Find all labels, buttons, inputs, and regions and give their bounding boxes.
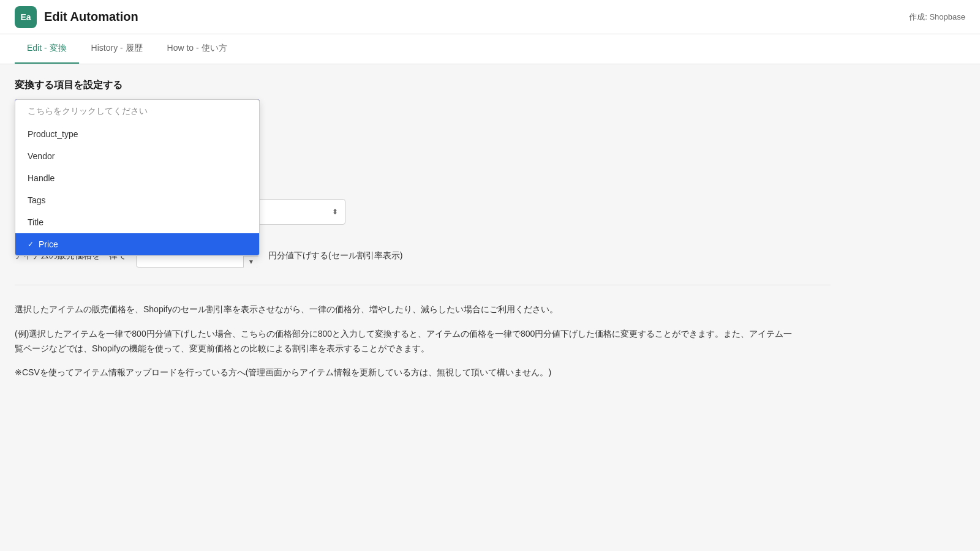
field-selector-section: 変換する項目を設定する Price こちらをクリックしてください Product… xyxy=(15,79,831,142)
price-suffix: 円分値下げする(セール割引率表示) xyxy=(268,250,402,261)
dropdown-item-price[interactable]: ✓ Price xyxy=(15,233,259,255)
page-title: Edit Automation xyxy=(44,10,138,24)
dropdown-item-price-label: Price xyxy=(39,239,58,249)
field-dropdown-menu: こちらをクリックしてください Product_type Vendor Handl… xyxy=(15,99,260,256)
dropdown-item-product-type[interactable]: Product_type xyxy=(15,123,259,145)
section1-title: 変換する項目を設定する xyxy=(15,79,831,92)
dropdown-item-vendor[interactable]: Vendor xyxy=(15,145,259,167)
tab-bar: Edit - 変換 History - 履歴 How to - 使い方 xyxy=(0,34,980,64)
check-icon: ✓ xyxy=(28,240,34,249)
section-divider xyxy=(15,285,831,285)
description-2: (例)選択したアイテムを一律で800円分値下げしたい場合、こちらの価格部分に80… xyxy=(15,327,799,356)
dropdown-item-handle[interactable]: Handle xyxy=(15,167,259,189)
tab-edit[interactable]: Edit - 変換 xyxy=(15,34,79,64)
field-dropdown-container: Price こちらをクリックしてください Product_type Vendor… xyxy=(15,99,260,124)
dropdown-item-title[interactable]: Title xyxy=(15,211,259,233)
description-1: 選択したアイテムの販売価格を、Shopifyのセール割引率を表示させながら、一律… xyxy=(15,302,799,317)
tab-howto[interactable]: How to - 使い方 xyxy=(155,34,239,64)
tab-history[interactable]: History - 履歴 xyxy=(79,34,155,64)
stepper-down-button[interactable]: ▼ xyxy=(244,257,258,268)
header-left: Ea Edit Automation xyxy=(15,6,138,28)
description-3: ※CSVを使ってアイテム情報アップロードを行っている方へ(管理画面からアイテム情… xyxy=(15,365,799,380)
app-icon: Ea xyxy=(15,6,37,28)
app-header: Ea Edit Automation 作成: Shopbase xyxy=(0,0,980,34)
creator-label: 作成: Shopbase xyxy=(909,12,965,23)
dropdown-item-placeholder[interactable]: こちらをクリックしてください xyxy=(15,100,259,123)
dropdown-item-tags[interactable]: Tags xyxy=(15,189,259,211)
main-content: 変換する項目を設定する Price こちらをクリックしてください Product… xyxy=(0,64,845,405)
